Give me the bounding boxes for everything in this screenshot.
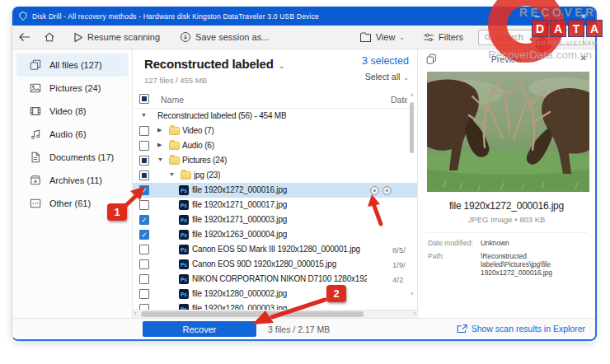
photoshop-file-icon: Ps	[179, 185, 189, 195]
show-in-explorer-link[interactable]: Show scan results in Explorer	[457, 324, 585, 334]
chevron-down-icon: ⌄	[279, 62, 284, 70]
photoshop-file-icon: Ps	[179, 289, 189, 299]
preview-details: Date modified: Unknown Path: \Reconstruc…	[428, 239, 589, 282]
save-session-button[interactable]: Save session as...	[173, 26, 275, 49]
sidebar-item-audio[interactable]: Audio (6)	[16, 123, 128, 146]
row-label: file 1920x1271_000003.jpg	[192, 215, 287, 224]
row-label: file 1920x1271_000017.jpg	[192, 200, 287, 209]
scroll-right-icon[interactable]: ›	[414, 310, 415, 316]
row-label: Canon EOS 90D 1920x1280_000015.jpg	[192, 259, 336, 268]
scan-session-title[interactable]: Reconstructed labeled⌄	[144, 57, 284, 71]
sidebar-item-label: Video (8)	[49, 106, 86, 116]
row-checkbox-partial[interactable]	[139, 156, 149, 166]
row-label: Audio (6)	[182, 141, 214, 150]
chevron-collapsed-icon[interactable]: ▶	[157, 142, 162, 148]
search-input[interactable]	[496, 32, 578, 42]
row-checkbox-checked[interactable]: ✓	[139, 215, 149, 225]
select-all-checkbox[interactable]	[139, 94, 149, 104]
tree-row[interactable]: PsNIKON CORPORATION NIKON D7100 1280x192…	[133, 272, 417, 287]
selected-count: 3 selected	[362, 55, 409, 67]
view-button[interactable]: View ⌄	[353, 26, 411, 49]
select-all-dropdown[interactable]: Select all⌄	[365, 72, 409, 82]
scroll-up-icon[interactable]: ˄	[408, 92, 415, 98]
row-date: 1/9/	[392, 260, 406, 269]
sidebar-item-label: Audio (6)	[49, 129, 87, 139]
annotation-arrow-2	[361, 193, 387, 227]
select-all-label: Select all	[365, 72, 401, 82]
row-checkbox-checked[interactable]: ✓	[139, 230, 149, 240]
scroll-down-icon[interactable]: ˅	[408, 291, 415, 296]
tree-row[interactable]: ▼Reconstructed labeled (56) - 454 MB	[133, 109, 417, 124]
scan-session-title-label: Reconstructed labeled	[144, 57, 274, 71]
chevron-expanded-icon[interactable]: ▼	[141, 112, 147, 118]
scroll-left-icon[interactable]: ‹	[134, 310, 136, 316]
save-session-icon	[180, 31, 191, 43]
search-box[interactable]	[478, 30, 584, 45]
row-label: file 1920x1272_000016.jpg	[192, 185, 287, 194]
preview-close-icon[interactable]: ✕	[580, 54, 587, 63]
sidebar: All files (127)Pictures (24)Video (8)Aud…	[12, 49, 133, 318]
other-icon	[29, 198, 41, 210]
home-button[interactable]	[37, 26, 62, 49]
vscroll-thumb[interactable]	[410, 102, 414, 153]
tree-row[interactable]: ▶Audio (6)	[133, 138, 417, 153]
tree-row[interactable]: PsCanon EOS 5D Mark III 1920x1280_000001…	[133, 242, 417, 257]
path-value: \Reconstructed labeled\Pictures\jpg\file…	[481, 252, 589, 277]
row-date: 8/5/	[392, 245, 406, 254]
video-icon	[29, 105, 41, 118]
show-in-explorer-label: Show scan results in Explorer	[472, 324, 585, 334]
row-checkbox-unchecked[interactable]	[139, 141, 149, 151]
filters-label: Filters	[439, 32, 463, 42]
sidebar-item-video[interactable]: Video (8)	[16, 100, 128, 123]
folder-icon	[169, 127, 180, 135]
sidebar-item-documents[interactable]: Documents (17)	[16, 146, 128, 169]
tree-row[interactable]: ✓Psfile 1920x1263_000004.jpg	[133, 227, 417, 242]
photoshop-file-icon: Ps	[179, 259, 189, 269]
sidebar-item-pictures[interactable]: Pictures (24)	[16, 77, 128, 100]
row-checkbox-unchecked[interactable]	[139, 259, 149, 269]
chevron-expanded-icon[interactable]: ▼	[169, 171, 175, 177]
back-arrow-icon	[19, 32, 30, 42]
row-date: 4/2	[392, 275, 406, 284]
column-date[interactable]: Date	[391, 95, 407, 105]
documents-icon	[29, 152, 41, 164]
photoshop-file-icon: Ps	[179, 304, 189, 310]
list-header-area: Reconstructed labeled⌄ 127 files / 455 M…	[133, 49, 417, 91]
back-button[interactable]	[12, 26, 37, 49]
row-label: Reconstructed labeled (56) - 454 MB	[157, 111, 286, 120]
recover-button[interactable]: Recover	[143, 321, 256, 337]
archives-icon	[29, 175, 41, 187]
close-button[interactable]: ✕	[572, 7, 595, 26]
tree-row[interactable]: ▼jpg (23)	[133, 168, 417, 183]
preview-panel: Preview ✕	[417, 49, 595, 318]
maximize-button[interactable]: □	[549, 7, 572, 26]
sidebar-item-archives[interactable]: Archives (11)	[16, 169, 128, 192]
filters-button[interactable]: Filters	[416, 26, 470, 49]
row-checkbox-partial[interactable]	[139, 170, 149, 180]
row-checkbox-unchecked[interactable]	[139, 289, 149, 299]
chevron-down-icon: ⌄	[399, 34, 405, 41]
path-label: Path:	[428, 252, 481, 277]
preview-file-meta: JPEG Image • 803 KB	[418, 215, 595, 224]
chevron-collapsed-icon[interactable]: ▶	[157, 127, 162, 133]
preview-header: Preview ✕	[418, 49, 595, 69]
row-checkbox-unchecked[interactable]	[139, 126, 149, 136]
column-name[interactable]: Name	[161, 95, 184, 105]
sidebar-item-all-files[interactable]: All files (127)	[16, 54, 128, 77]
preview-title: Preview	[418, 54, 595, 64]
row-checkbox-unchecked[interactable]	[139, 274, 149, 284]
minimize-button[interactable]: ─	[526, 7, 549, 26]
tree-row[interactable]: ▶Video (7)	[133, 124, 417, 138]
screenshot-stage: Disk Drill - All recovery methods - Hard…	[0, 0, 610, 364]
photoshop-file-icon: Ps	[179, 200, 189, 210]
date-modified-value: Unknown	[481, 239, 509, 247]
vertical-scrollbar[interactable]: ˄ ˅	[408, 92, 415, 296]
row-checkbox-unchecked[interactable]	[139, 304, 149, 310]
row-checkbox-unchecked[interactable]	[139, 245, 149, 254]
resume-scanning-label: Resume scanning	[87, 32, 160, 42]
photoshop-file-icon: Ps	[179, 274, 189, 284]
tree-row[interactable]: PsCanon EOS 90D 1920x1280_000015.jpg1/9/	[133, 257, 417, 272]
resume-scanning-button[interactable]: Resume scanning	[67, 26, 167, 49]
chevron-expanded-icon[interactable]: ▼	[157, 156, 163, 162]
tree-row[interactable]: ▼Pictures (24)	[133, 153, 417, 168]
